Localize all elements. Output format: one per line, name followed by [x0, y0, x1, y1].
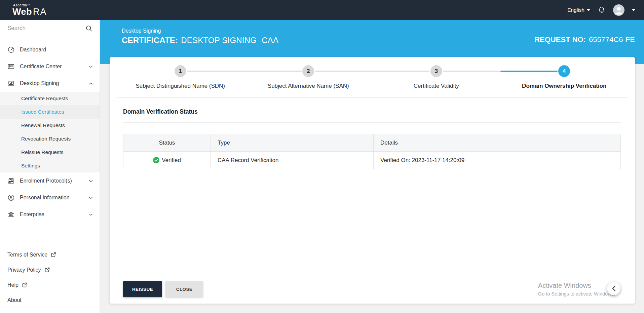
- certificate-icon: [7, 63, 15, 70]
- sidebar-item-renewal-requests[interactable]: Renewal Requests: [0, 119, 100, 132]
- sidebar-item-label: Dashboard: [20, 47, 46, 53]
- step-3-label: Certificate Validity: [372, 83, 500, 89]
- domain-verification-table: Status Type Details Verified CAA Record …: [123, 134, 621, 169]
- card-actions: REISSUE CLOSE: [123, 281, 203, 297]
- sidebar-nav: Dashboard Certificate Center Desktop Sig…: [0, 37, 100, 223]
- collapse-panel-button[interactable]: [607, 282, 620, 295]
- reissue-button[interactable]: REISSUE: [123, 281, 162, 297]
- submenu-label: Renewal Requests: [21, 122, 65, 128]
- sidebar-item-enrolment-protocols[interactable]: Enrolment Protocol(s): [0, 172, 100, 189]
- user-menu-caret-icon[interactable]: [632, 9, 635, 11]
- brand-webra: WebRA: [12, 7, 47, 16]
- user-avatar[interactable]: [613, 4, 624, 16]
- step-1-circle[interactable]: 1: [175, 65, 186, 77]
- request-number-label: REQUEST NO:: [534, 35, 586, 44]
- step-3-validity: 3 Certificate Validity: [372, 65, 500, 89]
- step-4-domain-verification: 4 Domain Ownership Verification: [500, 65, 629, 89]
- footer-link-label: About: [7, 297, 22, 303]
- brand-logo[interactable]: Ascertia™ WebRA: [12, 3, 47, 17]
- language-selector[interactable]: English: [567, 7, 590, 13]
- page-title-prefix: CERTIFICATE:: [122, 36, 178, 45]
- certificate-detail-card: 1 Subject Distinguished Name (SDN) 2 Sub…: [110, 57, 635, 304]
- topbar: Ascertia™ WebRA English: [0, 0, 644, 20]
- step-2-circle[interactable]: 2: [302, 65, 314, 77]
- sidebar-item-reissue-requests[interactable]: Reissue Requests: [0, 146, 100, 159]
- chevron-left-icon: [611, 285, 616, 292]
- chevron-down-icon: [89, 66, 93, 68]
- status-cell: Verified: [123, 152, 211, 169]
- sidebar-item-desktop-signing[interactable]: Desktop Signing: [0, 75, 100, 92]
- submenu-label: Reissue Requests: [21, 149, 64, 155]
- dashboard-icon: [7, 46, 15, 53]
- type-cell: CAA Record Verification: [211, 152, 373, 169]
- chevron-down-icon: [89, 180, 93, 182]
- close-button[interactable]: CLOSE: [165, 281, 203, 297]
- submenu-label: Settings: [21, 163, 40, 169]
- terms-of-service-link[interactable]: Terms of Service: [7, 247, 100, 262]
- section-divider: [123, 122, 621, 123]
- sidebar-footer: Terms of Service Privacy Policy Help Abo…: [0, 239, 100, 308]
- sidebar-item-certificate-requests[interactable]: Certificate Requests: [0, 92, 100, 105]
- page-header-titles: Desktop Signing CERTIFICATE:DESKTOP SIGN…: [122, 28, 278, 45]
- language-label: English: [567, 7, 584, 13]
- check-circle-icon: [153, 157, 159, 163]
- sidebar-item-certificate-center[interactable]: Certificate Center: [0, 58, 100, 75]
- sidebar-item-label: Certificate Center: [20, 64, 62, 70]
- sidebar-item-revocation-requests[interactable]: Revocation Requests: [0, 132, 100, 146]
- page-section-label: Desktop Signing: [122, 28, 278, 34]
- enrolment-protocol-icon: [7, 177, 15, 185]
- sidebar-item-issued-certificates[interactable]: Issued Certificates: [0, 105, 100, 119]
- caret-down-icon: [587, 9, 590, 11]
- help-link[interactable]: Help: [7, 277, 100, 292]
- stepper-divider: [117, 97, 628, 98]
- topbar-actions: English: [567, 4, 635, 16]
- about-link[interactable]: About: [7, 292, 100, 308]
- table-row: Verified CAA Record Verification Verifie…: [123, 151, 620, 169]
- sidebar-item-personal-information[interactable]: Personal Information: [0, 189, 100, 206]
- sidebar-search: [0, 20, 100, 37]
- page-title-value: DESKTOP SIGNING -CAA: [181, 36, 278, 45]
- notifications-bell-icon[interactable]: [598, 6, 606, 14]
- search-icon[interactable]: [86, 25, 92, 32]
- footer-link-label: Terms of Service: [7, 252, 47, 258]
- actions-divider: [117, 274, 628, 274]
- column-header-details: Details: [373, 134, 620, 151]
- page-title: CERTIFICATE:DESKTOP SIGNING -CAA: [122, 36, 278, 45]
- desktop-signing-submenu: Certificate Requests Issued Certificates…: [0, 92, 100, 172]
- external-link-icon: [45, 267, 50, 272]
- external-link-icon: [22, 282, 27, 287]
- sidebar-item-settings[interactable]: Settings: [0, 159, 100, 172]
- chevron-up-icon: [89, 82, 93, 85]
- column-header-type: Type: [211, 134, 373, 151]
- section-title: Domain Verification Status: [123, 108, 635, 115]
- search-input[interactable]: [7, 25, 86, 32]
- chevron-down-icon: [89, 213, 93, 216]
- enterprise-icon: [7, 211, 15, 218]
- table-header-row: Status Type Details: [123, 134, 620, 151]
- sidebar-item-label: Enterprise: [20, 211, 44, 218]
- sidebar-item-label: Personal Information: [20, 195, 70, 201]
- submenu-label: Certificate Requests: [21, 95, 68, 102]
- wizard-stepper: 1 Subject Distinguished Name (SDN) 2 Sub…: [110, 57, 635, 89]
- submenu-label: Issued Certificates: [21, 109, 64, 115]
- details-cell: Verified On: 2023-11-17 14:20:09: [373, 152, 620, 169]
- chevron-down-icon: [89, 197, 93, 199]
- submenu-label: Revocation Requests: [21, 136, 71, 142]
- step-3-circle[interactable]: 3: [430, 65, 442, 77]
- sidebar-item-dashboard[interactable]: Dashboard: [0, 41, 100, 58]
- step-2-san: 2 Subject Alternative Name (SAN): [244, 65, 373, 89]
- external-link-icon: [51, 252, 56, 257]
- status-text: Verified: [162, 157, 181, 164]
- privacy-policy-link[interactable]: Privacy Policy: [7, 262, 100, 277]
- step-4-circle[interactable]: 4: [558, 65, 570, 77]
- sidebar: Dashboard Certificate Center Desktop Sig…: [0, 20, 100, 313]
- brand-ra: RA: [33, 7, 47, 17]
- request-number: REQUEST NO:655774C6-FE: [534, 35, 635, 44]
- step-2-label: Subject Alternative Name (SAN): [244, 83, 373, 89]
- footer-link-label: Privacy Policy: [7, 267, 41, 273]
- sidebar-item-label: Enrolment Protocol(s): [20, 178, 72, 184]
- sidebar-item-enterprise[interactable]: Enterprise: [0, 206, 100, 223]
- desktop-signing-icon: [7, 80, 15, 87]
- sidebar-item-label: Desktop Signing: [20, 80, 59, 86]
- step-1-sdn: 1 Subject Distinguished Name (SDN): [116, 65, 244, 89]
